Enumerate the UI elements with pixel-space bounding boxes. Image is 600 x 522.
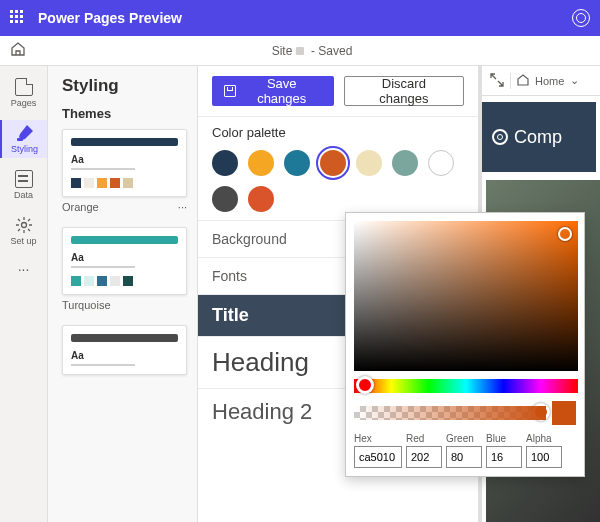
save-state: - Saved [311,44,352,58]
rail-setup[interactable]: Set up [0,212,47,250]
saturation-value-area[interactable] [354,221,578,371]
color-swatch[interactable] [212,186,238,212]
rail-data-label: Data [14,190,33,200]
color-swatch[interactable] [428,150,454,176]
rail-more[interactable]: ··· [0,258,47,280]
save-indicator-icon [296,47,304,55]
color-swatch[interactable] [212,150,238,176]
ellipsis-icon: ··· [18,262,30,276]
brand-logo-icon [492,129,508,145]
alpha-thumb[interactable] [532,403,550,421]
theme-swatch-row [71,178,178,188]
alpha-input[interactable] [526,446,562,468]
site-preview-header: Comp [482,102,596,172]
theme-card-orange[interactable]: Aa [62,129,187,197]
theme-header-swatch [71,138,178,146]
app-launcher-icon[interactable] [10,10,26,26]
hue-thumb[interactable] [356,376,374,394]
rail-data[interactable]: Data [0,166,47,204]
brand-text: Comp [514,127,562,148]
panel-title: Styling [62,76,187,96]
themes-panel: Styling Themes Aa Orange ··· Aa Turquois… [48,66,198,522]
theme-swatch-row [71,276,178,286]
red-input[interactable] [406,446,442,468]
save-button-label: Save changes [242,76,322,106]
theme-sample-text: Aa [71,252,178,263]
rail-pages-label: Pages [11,98,37,108]
theme-name: Turquoise [62,299,111,311]
color-palette-heading: Color palette [212,125,464,140]
color-swatch[interactable] [356,150,382,176]
breadcrumb-home[interactable]: Home [535,75,564,87]
breadcrumb-home-icon[interactable] [517,74,529,88]
home-icon[interactable] [10,41,26,60]
sv-thumb[interactable] [558,227,572,241]
theme-card-third[interactable]: Aa [62,325,187,375]
color-swatch[interactable] [320,150,346,176]
theme-header-swatch [71,334,178,342]
current-color-swatch [552,401,576,425]
svg-rect-0 [17,138,23,141]
color-swatch[interactable] [248,186,274,212]
color-swatch[interactable] [284,150,310,176]
expand-icon[interactable] [490,73,504,89]
theme-header-swatch [71,236,178,244]
rail-styling-label: Styling [11,144,38,154]
rail-styling[interactable]: Styling [0,120,47,158]
site-label: Site [272,44,293,58]
hex-label: Hex [354,433,402,444]
app-title: Power Pages Preview [38,10,182,26]
hue-slider[interactable] [354,379,578,393]
theme-sample-line [71,266,135,268]
save-button[interactable]: Save changes [212,76,334,106]
themes-heading: Themes [62,106,187,121]
chevron-down-icon[interactable]: ⌄ [570,74,579,87]
theme-name: Orange [62,201,99,213]
color-swatch[interactable] [392,150,418,176]
help-icon[interactable] [572,9,590,27]
color-picker: Hex Red Green Blue Alpha [345,212,585,477]
data-icon [15,170,33,188]
blue-label: Blue [486,433,522,444]
setup-icon [15,216,33,234]
theme-sample-text: Aa [71,154,178,165]
left-rail: Pages Styling Data Set up ··· [0,66,48,522]
alpha-label: Alpha [526,433,562,444]
theme-more-icon[interactable]: ··· [178,201,187,213]
save-icon [224,85,236,97]
blue-input[interactable] [486,446,522,468]
color-swatch[interactable] [248,150,274,176]
theme-sample-line [71,168,135,170]
green-input[interactable] [446,446,482,468]
red-label: Red [406,433,442,444]
discard-button-label: Discard changes [357,76,451,106]
rail-pages[interactable]: Pages [0,74,47,112]
alpha-slider[interactable] [354,406,546,420]
theme-card-turquoise[interactable]: Aa [62,227,187,295]
green-label: Green [446,433,482,444]
styling-icon [16,124,34,142]
theme-sample-text: Aa [71,350,178,361]
svg-point-1 [21,223,26,228]
theme-sample-line [71,364,135,366]
pages-icon [15,78,33,96]
rail-setup-label: Set up [10,236,36,246]
discard-button[interactable]: Discard changes [344,76,464,106]
hex-input[interactable] [354,446,402,468]
